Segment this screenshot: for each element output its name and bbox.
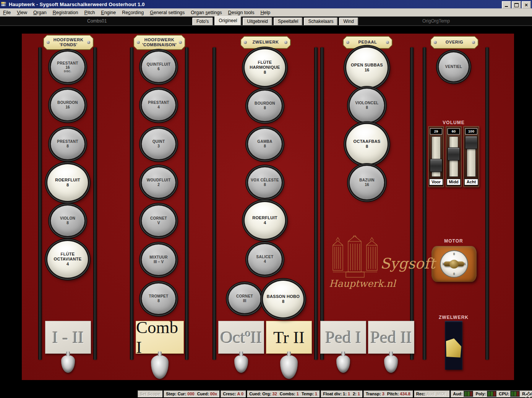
stop-rail: [130, 47, 133, 360]
volume-label-voor: Voor: [429, 179, 443, 185]
close-button[interactable]: ×: [522, 1, 531, 9]
menu-bar: File View Organ Registration Pitch Engin…: [0, 8, 532, 17]
menu-organ[interactable]: Organ: [30, 9, 50, 16]
menu-registration[interactable]: Registration: [50, 9, 81, 16]
volume-thumb[interactable]: [430, 159, 442, 172]
stop-octaafbas-8[interactable]: OCTAAFBAS8: [345, 123, 389, 165]
coupler-comb-i[interactable]: Comb I: [136, 321, 184, 354]
status-meters: Aud: Poly: CPU: RAM:: [451, 390, 532, 397]
stop-ventiel[interactable]: VENTIEL: [438, 51, 470, 83]
status-step: Step:Cur:000 Cued:00x: [164, 390, 219, 397]
pull-ped-ii[interactable]: [384, 355, 398, 373]
volume-value-midd: 60: [448, 128, 460, 134]
stop-bourdon-8[interactable]: BOURDON8: [247, 89, 283, 122]
stop-prestant-4[interactable]: PRESTANT4: [141, 89, 177, 121]
volume-label-acht: Acht: [464, 179, 478, 185]
stop-cornet-iii[interactable]: CORNETIII: [227, 283, 262, 314]
brand-name: Sygsoft: [380, 255, 435, 272]
organ-facade-drawing: [331, 235, 380, 278]
status-recording: Rec:AudMIDI: [414, 390, 449, 397]
tab-origineel[interactable]: Origineel: [214, 16, 241, 25]
tab-speeltafel[interactable]: Speeltafel: [274, 18, 302, 25]
stop-quintfluit-6[interactable]: QUINTFLUIT6: [141, 50, 177, 83]
menu-file[interactable]: File: [0, 9, 14, 16]
coupler-ped-i[interactable]: Ped I: [320, 321, 366, 354]
motor-switch-disc: 0 0 1 1: [440, 250, 468, 278]
division-plaque-overig: OVERIG: [430, 36, 478, 49]
stop-roerfluit-4[interactable]: ROERFLUIT4: [243, 201, 286, 240]
volume-track[interactable]: [467, 136, 476, 177]
stop-gamba-8[interactable]: GAMBA8: [247, 128, 283, 160]
tab-wind[interactable]: Wind: [339, 18, 358, 25]
status-float-div: Float div:1:1 2:1: [321, 390, 362, 397]
volume-value-acht: 100: [465, 128, 477, 134]
menu-design-tools[interactable]: Design tools: [225, 9, 258, 16]
status-transpose-pitch: Transp:3 Pitch:434.8: [363, 390, 413, 397]
division-plaque-hoofdwerk-combinaison: HOOFDWERK 'COMBINAISON': [133, 35, 185, 50]
status-cued: Cued:Org:32 Combs:1 Temp:1: [247, 390, 320, 397]
volume-value-voor: 29: [430, 128, 442, 134]
stop-basson-hobo-8[interactable]: BASSON HOBO8: [262, 280, 305, 319]
volume-slider-voor[interactable]: 29 Voor: [428, 126, 444, 187]
polyphony-meter: [487, 391, 496, 397]
menu-view[interactable]: View: [14, 9, 30, 16]
stop-bourdon-16[interactable]: BOURDON16: [50, 89, 86, 121]
volume-slider-acht[interactable]: 100 Acht: [463, 126, 479, 187]
tab-fotos[interactable]: Foto's: [192, 18, 213, 25]
menu-engine[interactable]: Engine: [98, 9, 119, 16]
stop-rail: [485, 47, 489, 360]
volume-track[interactable]: [449, 136, 458, 177]
stop-bazuin-16[interactable]: BAZUIN16: [349, 165, 385, 201]
stop-flute-octaviante-4[interactable]: FLÛTE OCTAVIANTE4: [46, 240, 89, 279]
stop-vox-celeste-8[interactable]: VOX CÉLESTE8: [247, 166, 283, 199]
division-plaque-hoofdwerk-fonds: HOOFDWERK 'FONDS': [43, 35, 94, 50]
coupler-oct-ii[interactable]: OctºII: [218, 321, 264, 354]
stop-rail: [212, 47, 216, 360]
stop-woudfluit-2[interactable]: WOUDFLUIT2: [141, 166, 177, 199]
tab-schakelaars[interactable]: Schakelaars: [304, 18, 337, 25]
menu-help[interactable]: Help: [257, 9, 273, 16]
cpu-meter: [510, 391, 520, 397]
coupler-i-ii[interactable]: I - II: [45, 321, 91, 354]
volume-slider-midd[interactable]: 60 Midd: [446, 126, 462, 187]
stop-rail: [93, 47, 97, 360]
stop-quint-3[interactable]: QUINT3: [141, 128, 177, 160]
resize-grip[interactable]: [526, 392, 532, 398]
stop-prestant-8[interactable]: PRESTANT8: [50, 128, 86, 160]
status-crescendo: Cresc:A 0: [221, 390, 246, 397]
volume-track[interactable]: [431, 136, 441, 177]
coupler-tr-ii[interactable]: Tr II: [266, 321, 312, 354]
menu-general-settings[interactable]: General settings: [147, 9, 188, 16]
swell-title: ZWELWERK: [439, 315, 469, 320]
motor-toggle-handle[interactable]: [444, 262, 464, 267]
audio-meter: [464, 391, 473, 397]
volume-thumb[interactable]: [448, 147, 460, 160]
app-icon: [1, 2, 7, 7]
pull-tr-ii[interactable]: [280, 355, 298, 379]
stop-trompet-8[interactable]: TROMPET8: [141, 282, 177, 315]
swell-pedal[interactable]: [446, 338, 461, 358]
stop-open-subbas-16[interactable]: OPEN SUBBAS16: [345, 47, 389, 89]
pull-i-ii[interactable]: [61, 355, 75, 373]
menu-recording[interactable]: Recording: [119, 9, 147, 16]
motor-switch[interactable]: 0 0 1 1: [431, 246, 477, 282]
volume-thumb[interactable]: [465, 136, 477, 149]
pull-oct-ii[interactable]: [234, 355, 248, 373]
stop-violoncel-8[interactable]: VIOLONCEL8: [349, 87, 385, 123]
stop-flute-harmonique-8[interactable]: FLÛTE HARMONIQUE8: [243, 48, 286, 87]
stop-roerfluit-8[interactable]: ROERFLUIT8: [46, 163, 89, 202]
maximize-button[interactable]: [512, 1, 521, 9]
minimize-button[interactable]: [502, 1, 511, 9]
pull-comb-i[interactable]: [151, 355, 169, 379]
stop-cornet-v[interactable]: CORNETV: [141, 204, 177, 237]
stop-violon-8[interactable]: VIOLON8: [50, 204, 86, 237]
stop-mixtuur[interactable]: MIXTUURIII – V: [141, 243, 177, 276]
menu-pitch[interactable]: Pitch: [81, 9, 98, 16]
set-scope-button[interactable]: Set Scope: [138, 390, 162, 397]
pull-ped-i[interactable]: [336, 355, 350, 373]
stop-salicet-4[interactable]: SALICET4: [247, 243, 283, 276]
stop-prestant-16[interactable]: PRESTANT16DISC.: [50, 50, 86, 83]
tab-uitgebreid[interactable]: Uitgebreid: [243, 18, 272, 25]
menu-organ-settings[interactable]: Organ settings: [188, 9, 225, 16]
coupler-ped-ii[interactable]: Ped II: [368, 321, 414, 354]
